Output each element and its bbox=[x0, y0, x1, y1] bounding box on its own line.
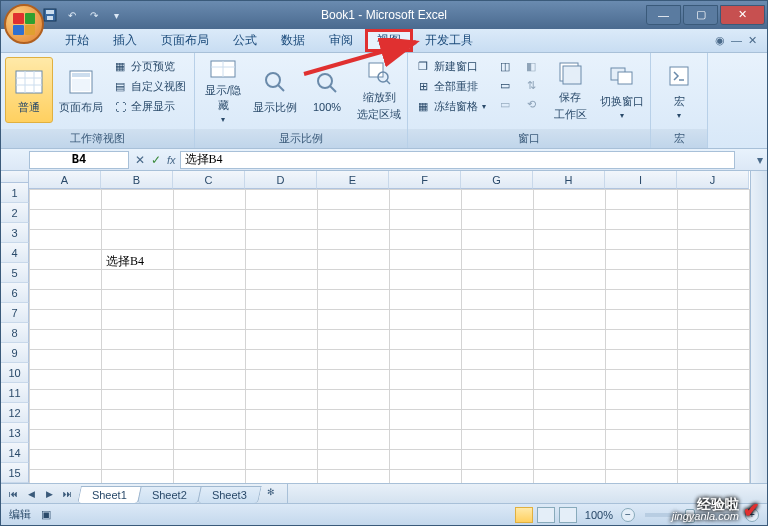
tab-视图[interactable]: 视图 bbox=[365, 29, 413, 52]
minimize-button[interactable]: — bbox=[646, 5, 681, 25]
undo-icon[interactable]: ↶ bbox=[63, 6, 81, 24]
grid-icon bbox=[13, 66, 45, 98]
doc-close-icon[interactable]: ✕ bbox=[748, 34, 757, 47]
tab-审阅[interactable]: 审阅 bbox=[317, 29, 365, 52]
close-button[interactable]: ✕ bbox=[720, 5, 765, 25]
svg-rect-24 bbox=[618, 72, 632, 84]
column-header[interactable]: E bbox=[317, 171, 389, 189]
tab-first-icon[interactable]: ⏮ bbox=[5, 486, 21, 502]
row-header[interactable]: 12 bbox=[1, 403, 29, 423]
svg-rect-18 bbox=[369, 63, 383, 77]
cancel-icon[interactable]: ✕ bbox=[135, 153, 145, 167]
office-button[interactable] bbox=[4, 4, 44, 44]
column-header[interactable]: J bbox=[677, 171, 749, 189]
macro-record-icon[interactable]: ▣ bbox=[41, 508, 51, 521]
row-header[interactable]: 2 bbox=[1, 203, 29, 223]
select-all-corner[interactable] bbox=[1, 171, 29, 183]
vertical-scrollbar[interactable] bbox=[750, 171, 767, 483]
row-header[interactable]: 5 bbox=[1, 263, 29, 283]
column-header[interactable]: F bbox=[389, 171, 461, 189]
page-break-preview-button[interactable]: ▦分页预览 bbox=[109, 57, 190, 76]
zoom-button[interactable]: 显示比例 bbox=[251, 57, 299, 123]
svg-line-15 bbox=[278, 85, 284, 91]
row-header[interactable]: 8 bbox=[1, 323, 29, 343]
custom-view-icon: ▤ bbox=[113, 80, 127, 94]
custom-views-button[interactable]: ▤自定义视图 bbox=[109, 77, 190, 96]
column-header[interactable]: I bbox=[605, 171, 677, 189]
zoom-level[interactable]: 100% bbox=[585, 509, 613, 521]
row-header[interactable]: 6 bbox=[1, 283, 29, 303]
freeze-panes-button[interactable]: ▦冻结窗格 ▾ bbox=[412, 97, 490, 116]
row-header[interactable]: 9 bbox=[1, 343, 29, 363]
sheet-tab[interactable]: Sheet3 bbox=[197, 486, 261, 503]
row-header[interactable]: 13 bbox=[1, 423, 29, 443]
new-sheet-icon[interactable]: ✻ bbox=[263, 484, 279, 500]
zoom-100-button[interactable]: 100% bbox=[303, 57, 351, 123]
formula-bar[interactable]: 选择B4 bbox=[180, 151, 735, 169]
tab-prev-icon[interactable]: ◀ bbox=[23, 486, 39, 502]
maximize-button[interactable]: ▢ bbox=[683, 5, 718, 25]
name-box[interactable]: B4 bbox=[29, 151, 129, 169]
column-header[interactable]: G bbox=[461, 171, 533, 189]
page-break-view-icon[interactable] bbox=[559, 507, 577, 523]
new-window-icon: ❐ bbox=[416, 60, 430, 74]
row-header[interactable]: 11 bbox=[1, 383, 29, 403]
zoom-out-button[interactable]: − bbox=[621, 508, 635, 522]
tab-开始[interactable]: 开始 bbox=[53, 29, 101, 52]
unhide-button[interactable]: ▭ bbox=[494, 95, 516, 113]
group-label: 显示比例 bbox=[195, 129, 407, 148]
split-button[interactable]: ◫ bbox=[494, 57, 516, 75]
column-header[interactable]: A bbox=[29, 171, 101, 189]
normal-view-icon[interactable] bbox=[515, 507, 533, 523]
row-header[interactable]: 4 bbox=[1, 243, 29, 263]
page-layout-button[interactable]: 页面布局 bbox=[57, 57, 105, 123]
tab-数据[interactable]: 数据 bbox=[269, 29, 317, 52]
tab-开发工具[interactable]: 开发工具 bbox=[413, 29, 485, 52]
row-header[interactable]: 1 bbox=[1, 183, 29, 203]
tab-last-icon[interactable]: ⏭ bbox=[59, 486, 75, 502]
arrange-all-button[interactable]: ⊞全部重排 bbox=[412, 77, 490, 96]
qat-dropdown-icon[interactable]: ▾ bbox=[107, 6, 125, 24]
tab-页面布局[interactable]: 页面布局 bbox=[149, 29, 221, 52]
sheet-tab[interactable]: Sheet2 bbox=[137, 486, 201, 503]
fullscreen-button[interactable]: ⛶全屏显示 bbox=[109, 97, 190, 116]
new-window-button[interactable]: ❐新建窗口 bbox=[412, 57, 490, 76]
ribbon-tabs: 开始插入页面布局公式数据审阅视图开发工具 ◉ — ✕ bbox=[1, 29, 767, 53]
enter-icon[interactable]: ✓ bbox=[151, 153, 161, 167]
page-layout-view-icon[interactable] bbox=[537, 507, 555, 523]
sync-scroll-button[interactable]: ⇅ bbox=[520, 76, 542, 94]
fx-icon[interactable]: fx bbox=[167, 154, 176, 166]
row-header[interactable]: 7 bbox=[1, 303, 29, 323]
side-icon: ◧ bbox=[524, 59, 538, 73]
sheet-tab[interactable]: Sheet1 bbox=[77, 486, 141, 503]
view-side-button[interactable]: ◧ bbox=[520, 57, 542, 75]
column-header[interactable]: B bbox=[101, 171, 173, 189]
tab-公式[interactable]: 公式 bbox=[221, 29, 269, 52]
title-bar: ↶ ↷ ▾ Book1 - Microsoft Excel — ▢ ✕ bbox=[1, 1, 767, 29]
hide-button[interactable]: ▭ bbox=[494, 76, 516, 94]
save-workspace-button[interactable]: 保存 工作区 bbox=[546, 57, 594, 123]
row-header[interactable]: 3 bbox=[1, 223, 29, 243]
row-header[interactable]: 10 bbox=[1, 363, 29, 383]
column-header[interactable]: D bbox=[245, 171, 317, 189]
reset-pos-button[interactable]: ⟲ bbox=[520, 95, 542, 113]
formula-expand-icon[interactable]: ▾ bbox=[753, 153, 767, 167]
help-icon[interactable]: ◉ bbox=[715, 34, 725, 47]
row-header[interactable]: 14 bbox=[1, 443, 29, 463]
zoom-to-selection-button[interactable]: 缩放到 选定区域 bbox=[355, 57, 403, 123]
status-bar: 编辑 ▣ 100% − + bbox=[1, 503, 767, 525]
svg-point-16 bbox=[318, 74, 332, 88]
chevron-down-icon: ▾ bbox=[482, 102, 486, 111]
macros-button[interactable]: 宏 ▾ bbox=[655, 57, 703, 123]
tab-插入[interactable]: 插入 bbox=[101, 29, 149, 52]
cell-grid[interactable]: 选择B4 bbox=[29, 189, 750, 483]
redo-icon[interactable]: ↷ bbox=[85, 6, 103, 24]
show-hide-button[interactable]: 显示/隐藏 ▾ bbox=[199, 57, 247, 123]
ribbon-minimize-icon[interactable]: — bbox=[731, 34, 742, 47]
switch-windows-button[interactable]: 切换窗口 ▾ bbox=[598, 57, 646, 123]
tab-next-icon[interactable]: ▶ bbox=[41, 486, 57, 502]
row-header[interactable]: 15 bbox=[1, 463, 29, 483]
column-header[interactable]: H bbox=[533, 171, 605, 189]
normal-view-button[interactable]: 普通 bbox=[5, 57, 53, 123]
column-header[interactable]: C bbox=[173, 171, 245, 189]
